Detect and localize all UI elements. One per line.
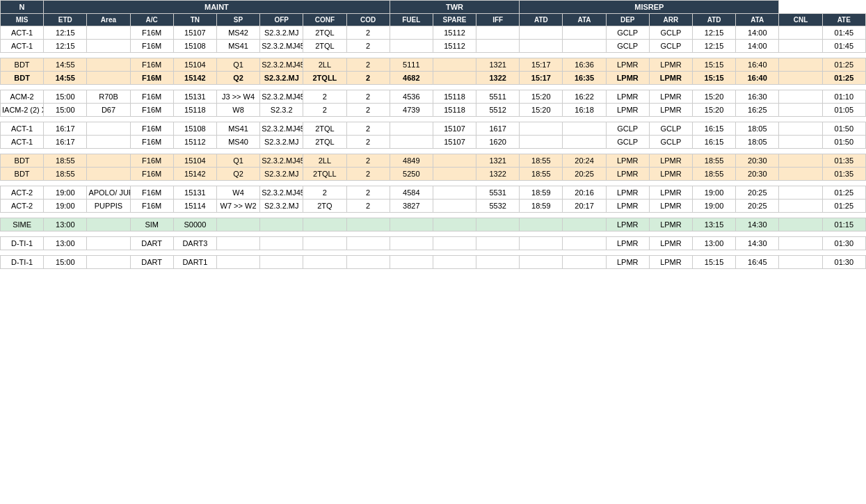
cell-13-9: 5250 — [390, 168, 433, 181]
cell-3-11: 1321 — [476, 58, 520, 72]
cell-10-2 — [87, 136, 130, 149]
cell-13-2 — [87, 168, 130, 181]
cell-4-17: 16:40 — [736, 72, 779, 85]
cell-22-11 — [476, 256, 520, 269]
cell-18-6 — [260, 218, 303, 231]
cell-9-5: MS41 — [216, 122, 259, 136]
cell-1-17: 14:00 — [736, 40, 779, 53]
cell-3-5: Q1 — [216, 58, 259, 72]
cell-3-10 — [433, 58, 476, 72]
cell-16-8: 2 — [346, 200, 390, 213]
cell-4-9: 4682 — [390, 72, 433, 85]
cell-15-9: 4584 — [390, 186, 433, 200]
cell-10-6: S2.3.2.MJ — [260, 136, 303, 149]
cell-12-6: S2.3.2.MJ45 — [260, 154, 303, 168]
cell-7-15: LPMR — [649, 104, 692, 117]
cell-3-3: F16M — [130, 58, 173, 72]
cell-16-4: 15114 — [173, 200, 216, 213]
cell-18-15: LPMR — [649, 218, 692, 231]
cell-20-17: 14:30 — [736, 237, 779, 250]
cell-13-4: 15142 — [173, 168, 216, 181]
cell-13-6: S2.3.2.MJ — [260, 168, 303, 181]
cell-18-14: LPMR — [606, 218, 649, 231]
cell-4-16: 15:15 — [693, 72, 736, 85]
cell-22-17: 16:45 — [736, 256, 779, 269]
cell-1-3: F16M — [130, 40, 173, 53]
separator-cell — [1, 250, 866, 256]
cell-3-7: 2LL — [303, 58, 346, 72]
cell-7-10: 15118 — [433, 104, 476, 117]
cell-7-6: S2.3.2 — [260, 104, 303, 117]
col-header-dep: DEP — [606, 14, 649, 26]
cell-1-9 — [390, 40, 433, 53]
table-row: ACT-219:00APOLO/ JUPITERF16M15131W4S2.3.… — [1, 186, 866, 200]
cell-18-2 — [87, 218, 130, 231]
cell-9-1: 16:17 — [44, 122, 87, 136]
cell-18-10 — [433, 218, 476, 231]
cell-13-7: 2TQLL — [303, 168, 346, 181]
cell-13-11: 1322 — [476, 168, 520, 181]
table-row — [1, 231, 866, 237]
cell-13-0: BDT — [1, 168, 44, 181]
cell-16-9: 3827 — [390, 200, 433, 213]
cell-13-3: F16M — [130, 168, 173, 181]
cell-9-14: GCLP — [606, 122, 649, 136]
cell-0-5: MS42 — [216, 26, 259, 40]
cell-4-5: Q2 — [216, 72, 259, 85]
cell-0-13 — [563, 26, 606, 40]
table-row — [1, 250, 866, 256]
cell-18-7 — [303, 218, 346, 231]
cell-20-12 — [520, 237, 563, 250]
cell-3-12: 15:17 — [520, 58, 563, 72]
cell-6-16: 15:20 — [693, 90, 736, 104]
cell-1-19: 01:45 — [822, 40, 865, 53]
cell-22-3: DART — [130, 256, 173, 269]
cell-4-8: 2 — [346, 72, 390, 85]
cell-9-0: ACT-1 — [1, 122, 44, 136]
cell-6-1: 15:00 — [44, 90, 87, 104]
cell-16-1: 19:00 — [44, 200, 87, 213]
cell-0-19: 01:45 — [822, 26, 865, 40]
cell-20-7 — [303, 237, 346, 250]
cell-6-9: 4536 — [390, 90, 433, 104]
cell-4-4: 15142 — [173, 72, 216, 85]
cell-3-14: LPMR — [606, 58, 649, 72]
cell-20-19: 01:30 — [822, 237, 865, 250]
cell-15-19: 01:25 — [822, 186, 865, 200]
cell-7-4: 15118 — [173, 104, 216, 117]
cell-12-3: F16M — [130, 154, 173, 168]
table-row: ACT-112:15F16M15107MS42S2.3.2.MJ2TQL2151… — [1, 26, 866, 40]
cell-20-2 — [87, 237, 130, 250]
cell-7-11: 5512 — [476, 104, 520, 117]
table-row — [1, 53, 866, 58]
cell-0-6: S2.3.2.MJ — [260, 26, 303, 40]
cell-4-3: F16M — [130, 72, 173, 85]
table-row: BDT14:55F16M15142Q2S2.3.2.MJ2TQLL2468213… — [1, 72, 866, 85]
cell-10-0: ACT-1 — [1, 136, 44, 149]
cell-12-19: 01:35 — [822, 154, 865, 168]
cell-3-17: 16:40 — [736, 58, 779, 72]
cell-3-1: 14:55 — [44, 58, 87, 72]
cell-20-10 — [433, 237, 476, 250]
cell-22-16: 15:15 — [693, 256, 736, 269]
cell-0-10: 15112 — [433, 26, 476, 40]
cell-13-12: 18:55 — [520, 168, 563, 181]
cell-22-14: LPMR — [606, 256, 649, 269]
cell-22-8 — [346, 256, 390, 269]
cell-12-10 — [433, 154, 476, 168]
cell-12-2 — [87, 154, 130, 168]
cell-22-9 — [390, 256, 433, 269]
table-row — [1, 85, 866, 90]
cell-13-15: LPMR — [649, 168, 692, 181]
cell-10-3: F16M — [130, 136, 173, 149]
table-row: BDT18:55F16M15104Q1S2.3.2.MJ452LL2484913… — [1, 154, 866, 168]
cell-12-16: 18:55 — [693, 154, 736, 168]
cell-10-9 — [390, 136, 433, 149]
cell-7-17: 16:25 — [736, 104, 779, 117]
cell-13-19: 01:35 — [822, 168, 865, 181]
cell-12-5: Q1 — [216, 154, 259, 168]
cell-6-13: 16:22 — [563, 90, 606, 104]
cell-0-7: 2TQL — [303, 26, 346, 40]
col-header-area: Area — [87, 14, 130, 26]
cell-3-15: LPMR — [649, 58, 692, 72]
